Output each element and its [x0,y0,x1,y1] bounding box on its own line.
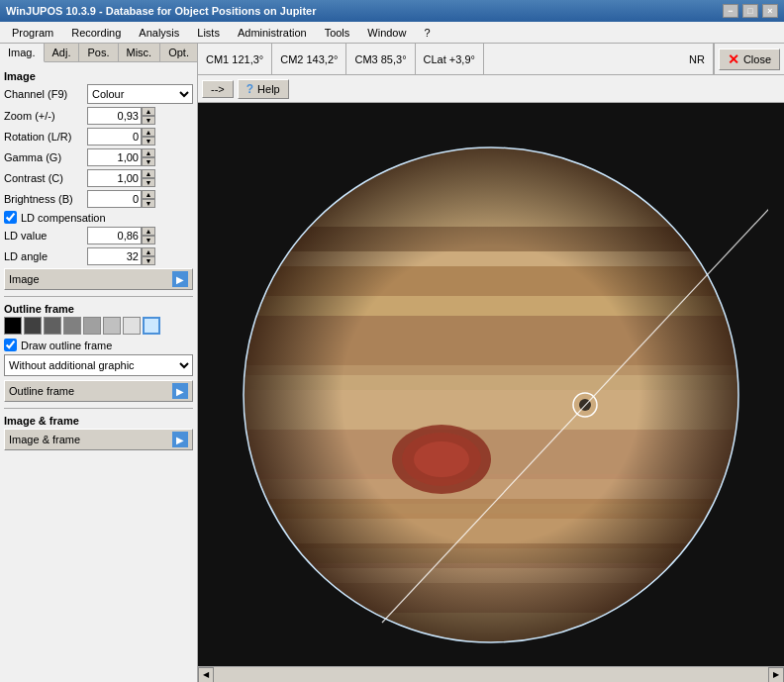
ld-angle-down[interactable]: ▼ [142,256,155,265]
ld-value-down[interactable]: ▼ [142,236,155,244]
menu-program[interactable]: Program [4,25,61,41]
channel-label: Channel (F9) [4,88,83,100]
channel-select[interactable]: Colour Red Green Blue Luminance [87,84,193,104]
arrow-button[interactable]: --> [202,80,234,98]
color-swatch-gray3[interactable] [83,317,101,335]
clat-cell: CLat +3,9° [416,44,484,74]
minimize-button[interactable]: − [723,4,738,18]
graphic-dropdown[interactable]: Without additional graphic With graphic … [4,354,193,376]
left-panel: Imag. Adj. Pos. Misc. Opt. Image Channel… [0,44,198,682]
gamma-row: Gamma (G) ▲ ▼ [4,148,193,166]
menu-tools[interactable]: Tools [317,25,358,41]
image-button[interactable]: Image ▶ [4,268,193,290]
brightness-input[interactable] [87,190,142,208]
tab-misc[interactable]: Misc. [119,44,161,61]
zoom-down[interactable]: ▼ [142,116,155,125]
menu-administration[interactable]: Administration [230,25,315,41]
ld-value-input[interactable] [87,227,142,244]
rotation-row: Rotation (L/R) ▲ ▼ [4,128,193,146]
menu-window[interactable]: Window [359,25,414,41]
contrast-up[interactable]: ▲ [142,169,155,178]
color-swatch-nearwhite[interactable] [123,317,141,335]
color-swatch-black[interactable] [4,317,22,335]
ld-value-up[interactable]: ▲ [142,227,155,236]
ld-value-spinner: ▲ ▼ [87,227,155,244]
tab-opt[interactable]: Opt. [160,44,198,61]
zoom-up[interactable]: ▲ [142,107,155,116]
right-panel: CM1 121,3° CM2 143,2° CM3 85,3° CLat +3,… [198,44,784,682]
brightness-spinner: ▲ ▼ [87,190,155,208]
contrast-down[interactable]: ▼ [142,178,155,187]
ld-angle-spinner: ▲ ▼ [87,247,155,265]
rotation-spin-buttons: ▲ ▼ [142,128,155,146]
contrast-row: Contrast (C) ▲ ▼ [4,169,193,187]
maximize-button[interactable]: □ [742,4,758,18]
nr-cell: NR [681,44,714,74]
contrast-input[interactable] [87,169,142,187]
draw-outline-label: Draw outline frame [21,340,112,351]
scroll-left-button[interactable]: ◀ [198,667,214,683]
menu-lists[interactable]: Lists [189,25,228,41]
color-swatch-lightgray[interactable] [103,317,121,335]
rotation-input[interactable] [87,128,142,146]
color-swatch-gray1[interactable] [44,317,61,335]
gamma-up[interactable]: ▲ [142,148,155,157]
help-button[interactable]: ? Help [238,79,289,99]
ld-compensation-label: LD compensation [21,212,106,224]
image-section-header: Image [4,70,193,82]
gamma-spinner: ▲ ▼ [87,148,155,166]
close-label: Close [743,53,771,65]
panel-content: Image Channel (F9) Colour Red Green Blue… [0,62,197,682]
ld-angle-row: LD angle ▲ ▼ [4,247,193,265]
top-bar: CM1 121,3° CM2 143,2° CM3 85,3° CLat +3,… [198,44,784,75]
scroll-right-button[interactable]: ▶ [768,667,784,683]
color-swatch-darkgray[interactable] [24,317,42,335]
brightness-label: Brightness (B) [4,193,83,205]
image-button-label: Image [9,273,40,285]
ld-angle-up[interactable]: ▲ [142,247,155,256]
main-area: Imag. Adj. Pos. Misc. Opt. Image Channel… [0,44,784,682]
image-frame-button[interactable]: Image & frame ▶ [4,429,193,450]
draw-outline-checkbox[interactable] [4,339,17,351]
menu-help[interactable]: ? [416,25,438,41]
zoom-input[interactable] [87,107,142,125]
tab-pos[interactable]: Pos. [79,44,118,61]
color-swatch-lightblue[interactable] [143,317,160,335]
menu-bar: Program Recording Analysis Lists Adminis… [0,22,784,44]
zoom-spin-buttons: ▲ ▼ [142,107,155,125]
ld-angle-label: LD angle [4,250,83,262]
ld-angle-input[interactable] [87,247,142,265]
ld-angle-spin-buttons: ▲ ▼ [142,247,155,265]
brightness-up[interactable]: ▲ [142,190,155,199]
outline-frame-button-label: Outline frame [9,385,74,397]
brightness-down[interactable]: ▼ [142,199,155,208]
close-icon: ✕ [728,51,739,67]
spacer [484,44,681,74]
ld-value-label: LD value [4,230,83,242]
close-button[interactable]: ✕ Close [719,49,780,70]
gamma-input[interactable] [87,148,142,166]
color-swatch-gray2[interactable] [63,317,81,335]
gamma-label: Gamma (G) [4,151,83,163]
outline-frame-header: Outline frame [4,303,193,315]
image-frame-button-label: Image & frame [9,434,80,445]
rotation-up[interactable]: ▲ [142,128,155,137]
gamma-spin-buttons: ▲ ▼ [142,148,155,166]
btn-area: ✕ Close [714,44,784,74]
outline-frame-button[interactable]: Outline frame ▶ [4,380,193,402]
gamma-down[interactable]: ▼ [142,157,155,166]
tab-adj[interactable]: Adj. [45,44,80,61]
rotation-down[interactable]: ▼ [142,137,155,146]
zoom-row: Zoom (+/-) ▲ ▼ [4,107,193,125]
cm1-cell: CM1 121,3° [198,44,272,74]
ld-value-row: LD value ▲ ▼ [4,227,193,244]
svg-point-21 [244,147,738,642]
menu-recording[interactable]: Recording [63,25,129,41]
menu-analysis[interactable]: Analysis [131,25,187,41]
tab-imag[interactable]: Imag. [0,44,45,62]
image-button-arrow: ▶ [172,271,188,287]
window-close-button[interactable]: × [762,4,778,18]
image-frame-header: Image & frame [4,415,193,427]
ld-compensation-checkbox[interactable] [4,211,17,224]
scroll-track[interactable] [214,667,768,682]
